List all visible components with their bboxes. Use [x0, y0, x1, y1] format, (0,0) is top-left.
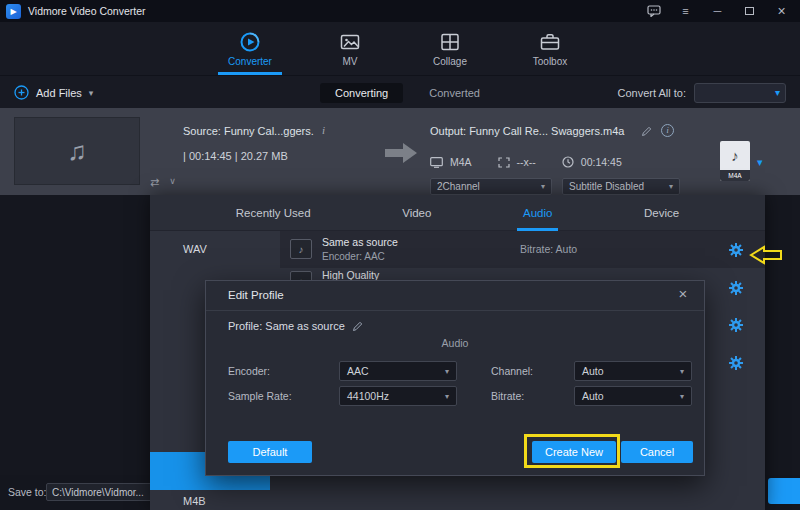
panel-tab-device[interactable]: Device: [644, 195, 679, 231]
feedback-icon: [647, 5, 661, 17]
dialog-divider: [206, 310, 704, 311]
duration-value: 00:14:45: [581, 156, 622, 168]
resolution-value: --x--: [517, 156, 536, 168]
sample-rate-value: 44100Hz: [347, 390, 389, 402]
settings-gear-icon[interactable]: [728, 317, 744, 333]
bitrate-value: Auto: [582, 390, 604, 402]
channel-value: Auto: [582, 365, 604, 377]
maximize-button[interactable]: [737, 0, 762, 22]
file-meta: | 00:14:45 | 20.27 MB: [183, 150, 288, 162]
default-button[interactable]: Default: [228, 441, 312, 463]
convert-all-group: Convert All to: ▾: [618, 76, 786, 109]
music-note-icon: ♫: [67, 136, 87, 167]
converter-icon: [239, 31, 261, 53]
swap-icon[interactable]: ⇄: [150, 176, 159, 189]
dialog-close-button[interactable]: ×: [674, 285, 692, 302]
convert-all-button-partial[interactable]: [768, 478, 800, 504]
app-logo-icon: ▶: [6, 4, 21, 19]
save-to-label: Save to:: [8, 486, 47, 498]
file-thumbnail: ♫: [14, 117, 140, 185]
profile-thumb-icon: ♪: [290, 239, 312, 259]
settings-gear-icon[interactable]: [728, 242, 744, 258]
profile-bitrate: Bitrate: Auto: [520, 243, 577, 255]
nav-tab-mv[interactable]: MV: [315, 22, 385, 75]
annotation-highlight-box: [524, 434, 620, 468]
profile-label: Profile: Same as source: [228, 320, 345, 332]
channel-value: 2Channel: [437, 181, 480, 192]
settings-gear-icon[interactable]: [728, 280, 744, 296]
output-info-icon[interactable]: i: [661, 124, 674, 137]
format-badge-icon: [430, 157, 443, 168]
nav-label-converter: Converter: [228, 56, 272, 67]
close-button[interactable]: ×: [769, 0, 794, 22]
nav-tab-toolbox[interactable]: Toolbox: [515, 22, 585, 75]
panel-tab-video[interactable]: Video: [402, 195, 431, 231]
arrow-right-icon: [385, 143, 417, 163]
encoder-select[interactable]: AAC ▾: [339, 361, 457, 381]
chevron-down-icon: ▾: [541, 182, 545, 191]
subtitle-value: Subtitle Disabled: [569, 181, 644, 192]
feedback-button[interactable]: [641, 0, 666, 22]
format-thumb-label: M4A: [720, 170, 750, 181]
close-icon: ×: [679, 285, 688, 302]
panel-tab-recently-used[interactable]: Recently Used: [236, 195, 311, 231]
channel-label: Channel:: [491, 361, 533, 381]
section-label-audio: Audio: [206, 337, 704, 349]
format-panel-tabs: Recently Used Video Audio Device: [150, 195, 765, 231]
source-label: Source: Funny Cal...ggers.: [183, 125, 314, 137]
menu-button[interactable]: ≡: [673, 0, 698, 22]
mv-icon: [339, 31, 361, 53]
menu-icon: ≡: [682, 5, 688, 17]
minimize-icon: ─: [714, 5, 722, 17]
close-icon: ×: [777, 3, 785, 19]
minimize-button[interactable]: ─: [705, 0, 730, 22]
bitrate-select[interactable]: Auto ▾: [574, 386, 692, 406]
main-nav: Converter MV Collage Toolbox: [0, 22, 800, 75]
output-meta: M4A --x-- 00:14:45: [430, 156, 622, 168]
profile-encoder: Encoder: AAC: [322, 251, 385, 262]
annotation-arrow-icon: [748, 244, 784, 266]
output-label: Output: Funny Call Re... Swaggers.m4a: [430, 125, 624, 137]
channel-select[interactable]: 2Channel ▾: [430, 178, 552, 195]
app-title: Vidmore Video Converter: [28, 5, 146, 17]
bitrate-label: Bitrate:: [491, 386, 524, 406]
edit-pencil-icon[interactable]: [641, 125, 653, 137]
tab-converted[interactable]: Converted: [429, 87, 480, 99]
chevron-down-icon: ▾: [680, 367, 684, 376]
nav-tab-collage[interactable]: Collage: [415, 22, 485, 75]
edit-pencil-icon[interactable]: [352, 320, 364, 332]
settings-gear-icon[interactable]: [728, 355, 744, 371]
format-dropdown-caret-icon[interactable]: ▾: [757, 156, 763, 169]
chevron-down-icon: ▾: [775, 87, 780, 98]
nav-label-mv: MV: [343, 56, 358, 67]
tab-converting[interactable]: Converting: [320, 83, 403, 103]
sample-rate-label: Sample Rate:: [228, 386, 292, 406]
titlebar: ▶ Vidmore Video Converter ≡ ─ ×: [0, 0, 800, 22]
sample-rate-select[interactable]: 44100Hz ▾: [339, 386, 457, 406]
format-badge: M4A: [450, 156, 472, 168]
subtitle-select[interactable]: Subtitle Disabled ▾: [562, 178, 680, 195]
resolution-icon: [498, 157, 510, 168]
nav-label-collage: Collage: [433, 56, 467, 67]
convert-all-select[interactable]: ▾: [694, 83, 786, 103]
clock-icon: [562, 156, 574, 168]
edit-profile-dialog: Edit Profile × Profile: Same as source A…: [205, 280, 705, 476]
file-item-row: ♫ Source: Funny Cal...ggers. i | 00:14:4…: [0, 108, 800, 195]
panel-tab-audio[interactable]: Audio: [523, 195, 552, 231]
maximize-icon: [745, 7, 754, 15]
source-info-icon[interactable]: i: [322, 124, 325, 136]
format-item-wav[interactable]: WAV: [150, 231, 280, 268]
channel-select[interactable]: Auto ▾: [574, 361, 692, 381]
profile-row-same-as-source[interactable]: ♪ Same as source Encoder: AAC Bitrate: A…: [280, 231, 765, 268]
toolbox-icon: [539, 31, 561, 53]
collapse-chevron-icon[interactable]: ∨: [169, 176, 176, 189]
format-item-m4b[interactable]: M4B: [150, 490, 280, 510]
output-format-thumb[interactable]: ♪ M4A: [720, 141, 750, 181]
dialog-title: Edit Profile: [228, 289, 284, 301]
cancel-button[interactable]: Cancel: [621, 441, 693, 463]
music-note-icon: ♪: [720, 141, 750, 170]
toolbar: Add Files ▾ Converting Converted Convert…: [0, 75, 800, 108]
nav-tab-converter[interactable]: Converter: [215, 22, 285, 75]
encoder-label: Encoder:: [228, 361, 270, 381]
chevron-down-icon: ▾: [445, 392, 449, 401]
